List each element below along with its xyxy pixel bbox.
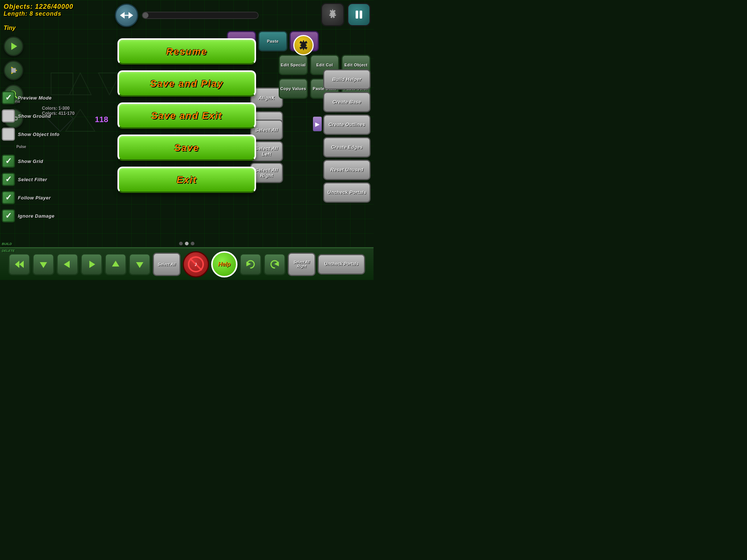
- top-center-controls: [115, 4, 259, 27]
- nav-up-button[interactable]: [105, 253, 127, 275]
- follow-player-label: Follow Player: [18, 195, 51, 201]
- svg-marker-33: [275, 262, 278, 265]
- settings-button[interactable]: [321, 3, 344, 26]
- objects-count: Objects: 1226/40000: [4, 3, 73, 11]
- main-menu: Resume Save and Play Save and Exit Save …: [117, 38, 256, 193]
- show-ground-row: Show Ground: [2, 109, 59, 122]
- help-button[interactable]: Help: [211, 251, 237, 277]
- build-helper-button[interactable]: Build Helper: [323, 69, 371, 90]
- length-display: Length: 8 seconds: [4, 11, 73, 17]
- music-circle-button[interactable]: [4, 36, 23, 56]
- show-grid-label: Show Grid: [18, 159, 43, 164]
- top-info: Objects: 1226/40000 Length: 8 seconds: [4, 3, 73, 17]
- right-side-panel: Build Helper Create Base Create Outlines…: [323, 69, 371, 203]
- save-exit-button[interactable]: Save and Exit: [117, 102, 256, 129]
- nav-down2-button[interactable]: [129, 253, 151, 275]
- bottom-toolbar: Select All ♪ Help Select All Right Unche…: [0, 247, 374, 280]
- bottom-uncheck-portals-button[interactable]: Uncheck Portals: [318, 254, 365, 275]
- svg-text:♪: ♪: [194, 260, 198, 268]
- stop-circle-button[interactable]: [4, 61, 23, 80]
- preview-mode-row: ✓ Preview Mode: [2, 91, 59, 104]
- show-object-info-row: Show Object Info: [2, 128, 59, 141]
- scroll-dot-2: [185, 242, 189, 245]
- ignore-damage-checkbox[interactable]: ✓: [2, 209, 15, 222]
- ignore-damage-label: Ignore Damage: [18, 213, 54, 219]
- refresh-button[interactable]: [240, 253, 262, 275]
- create-base-button[interactable]: Create Base: [323, 92, 371, 112]
- scroll-dot-3: [191, 242, 194, 245]
- scroll-dots: [179, 242, 194, 245]
- svg-rect-13: [11, 68, 16, 73]
- svg-marker-32: [247, 262, 250, 265]
- size-label: Tiny: [4, 25, 16, 31]
- show-object-info-checkbox[interactable]: [2, 128, 15, 141]
- follow-player-row: ✓ Follow Player: [2, 191, 59, 204]
- save-button[interactable]: Save: [117, 135, 256, 161]
- svg-marker-23: [19, 261, 24, 268]
- pause-button[interactable]: [347, 3, 371, 26]
- preview-mode-label: Preview Mode: [18, 95, 52, 101]
- svg-marker-26: [89, 261, 95, 268]
- svg-marker-25: [64, 261, 70, 268]
- svg-marker-11: [11, 43, 17, 50]
- select-filter-row: ✓ Select Filter: [2, 173, 59, 186]
- show-grid-row: ✓ Show Grid: [2, 155, 59, 168]
- preview-mode-checkbox[interactable]: ✓: [2, 91, 15, 104]
- delete-label: DELETE: [2, 249, 15, 253]
- svg-marker-5: [120, 12, 125, 19]
- nav-left-button[interactable]: [57, 253, 78, 275]
- nav-right-button[interactable]: [81, 253, 102, 275]
- reset-unused-button[interactable]: Reset Unused: [323, 160, 371, 180]
- show-ground-label: Show Ground: [18, 113, 51, 119]
- resume-button[interactable]: Resume: [117, 38, 256, 65]
- create-outlines-button[interactable]: Create Outlines: [323, 114, 371, 135]
- copy-values-button[interactable]: Copy Values: [279, 78, 308, 99]
- svg-marker-28: [136, 262, 143, 268]
- svg-rect-9: [356, 11, 358, 19]
- ignore-damage-row: ✓ Ignore Damage: [2, 209, 59, 222]
- swap-button[interactable]: [115, 4, 138, 27]
- left-panel: ✓ Preview Mode Show Ground Show Object I…: [2, 91, 59, 222]
- scroll-right-button[interactable]: ▶: [313, 117, 322, 131]
- show-object-info-label: Show Object Info: [18, 132, 59, 137]
- position-slider[interactable]: [142, 12, 259, 19]
- save-play-button[interactable]: Save and Play: [117, 70, 256, 97]
- svg-marker-24: [40, 262, 47, 268]
- select-filter-label: Select Filter: [18, 177, 47, 182]
- svg-marker-6: [128, 12, 133, 19]
- music-off-button[interactable]: ♪: [183, 251, 209, 277]
- top-right-controls: [321, 3, 371, 26]
- select-filter-checkbox[interactable]: ✓: [2, 173, 15, 186]
- svg-marker-27: [112, 261, 119, 267]
- svg-marker-22: [15, 261, 19, 268]
- show-grid-checkbox[interactable]: ✓: [2, 155, 15, 168]
- bottom-select-all-button[interactable]: Select All: [153, 253, 181, 276]
- slider-fill: [143, 12, 148, 18]
- uncheck-portals-button[interactable]: Uncheck Portals: [323, 182, 371, 203]
- number-display: 118: [95, 115, 108, 124]
- build-label: BUILD: [2, 242, 12, 246]
- show-ground-checkbox[interactable]: [2, 109, 15, 122]
- pulse-label: Pulse: [16, 145, 26, 149]
- exit-button[interactable]: Exit: [117, 167, 256, 193]
- undo-button[interactable]: [264, 253, 286, 275]
- floating-gear-button[interactable]: [293, 35, 314, 55]
- follow-player-checkbox[interactable]: ✓: [2, 191, 15, 204]
- svg-marker-2: [98, 73, 120, 95]
- rewind-button[interactable]: [8, 253, 30, 275]
- nav-down-button[interactable]: [32, 253, 54, 275]
- svg-rect-10: [360, 11, 362, 19]
- create-edges-button[interactable]: Create Edges: [323, 137, 371, 158]
- paste-button[interactable]: Paste: [258, 31, 287, 51]
- bottom-select-all-right-button[interactable]: Select All Right: [288, 253, 316, 276]
- scroll-dot-1: [179, 242, 183, 245]
- edit-special-button[interactable]: Edit Special: [279, 55, 308, 75]
